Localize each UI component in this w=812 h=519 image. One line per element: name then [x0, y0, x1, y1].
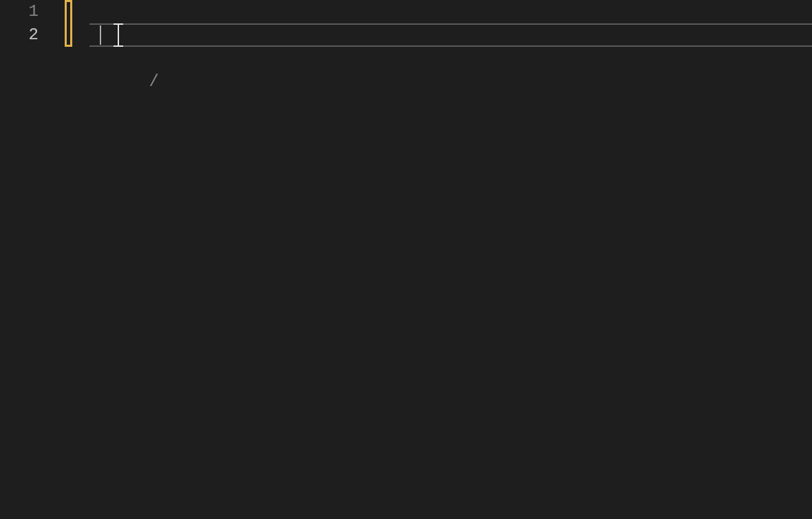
line-number: 1 — [0, 0, 48, 23]
line-content: / — [149, 70, 158, 94]
code-line[interactable]: / — [89, 23, 812, 47]
line-number: 2 — [0, 23, 48, 47]
code-editor[interactable]: 1 2 / — [0, 0, 812, 519]
current-line-highlight — [89, 23, 812, 47]
text-cursor — [100, 25, 101, 45]
modified-marker — [65, 0, 72, 47]
code-line[interactable] — [89, 0, 812, 23]
mouse-ibeam-cursor-icon — [118, 23, 119, 47]
line-number-gutter: 1 2 — [0, 0, 48, 519]
code-area[interactable]: / — [89, 0, 812, 519]
